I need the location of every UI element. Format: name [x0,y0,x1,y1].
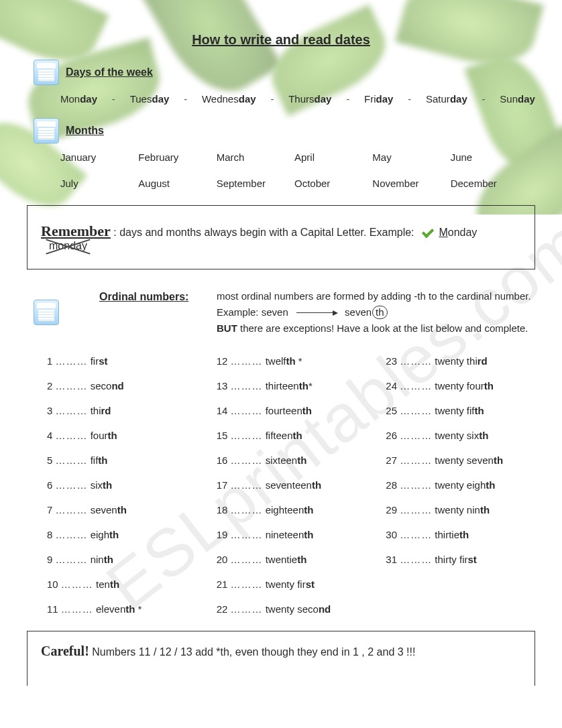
ordinal-item: 10 ……… tenth [47,579,196,590]
ordinal-item: 21 ……… twenty first [217,579,366,590]
day-item: Monday [60,93,97,105]
ordinal-line1: most ordinal numbers are formed by addin… [217,288,531,304]
ordinal-item: 15 ……… fifteenth [217,430,366,441]
ordinal-item: 1 ……… first [47,355,196,367]
month-item: January [60,151,131,163]
ordinal-item: 7 ……… seventh [47,504,196,515]
month-item: August [138,178,209,189]
careful-box: Careful! Numbers 11 / 12 / 13 add *th, e… [27,631,535,686]
month-item: March [217,151,288,163]
title-b2: read [303,32,331,47]
day-item: Friday [364,93,393,105]
separator: - [408,93,411,105]
ordinal-item: 20 ……… twentieth [217,554,366,565]
ordinal-item: 30 ……… thirtieth [386,529,535,540]
ordinal-item: 14 ……… fourteenth [217,405,366,416]
ordinal-item: 31 ……… thirty first [386,554,535,565]
ordinal-item: 13 ……… thirteenth* [217,380,366,391]
remember-bad: monday [49,240,87,252]
ordinal-item: 26 ……… twenty sixth [386,430,535,441]
ordinal-item: 24 ……… twenty fourth [386,380,535,391]
ordinal-item: 23 ……… twenty third [386,355,535,367]
calendar-icon [34,118,59,143]
day-item: Tuesday [130,93,170,105]
ordinal-item: 29 ……… twenty ninth [386,504,535,515]
ordinal-item: 8 ……… eighth [47,529,196,540]
calendar-icon [34,60,59,85]
day-item: Thursday [288,93,331,105]
months-title: Months [66,125,104,137]
month-item: October [294,178,366,189]
ordinal-item: 22 ……… twenty second [217,603,366,615]
ordinal-item: 11 ……… eleventh * [47,603,196,615]
title-p2: and [272,32,303,47]
separator: - [112,93,115,105]
check-icon [421,227,433,237]
arrow-icon [296,312,337,313]
day-item: Saturday [426,93,467,105]
month-item: July [60,178,131,189]
worksheet-page: How to write and read dates Days of the … [0,0,562,706]
remember-label: Remember [41,223,111,239]
days-title: Days of the week [66,66,153,78]
remember-text: : days and months always begin with a Ca… [113,227,417,238]
ordinal-item: 4 ……… fourth [47,430,196,441]
ordinal-item: 6 ……… sixth [47,479,196,491]
months-grid: JanuaryFebruaryMarchAprilMayJuneJulyAugu… [60,151,535,189]
ordinal-col-1: 1 ……… first2 ……… second3 ……… third4 ……… … [47,355,196,615]
ordinal-item: 9 ……… ninth [47,554,196,565]
days-row: Monday-Tuesday-Wednesday-Thursday-Friday… [60,93,535,105]
ordinal-intro: Ordinal numbers: most ordinal numbers ar… [99,288,531,337]
ordinal-item: 12 ……… twelfth * [217,355,366,367]
careful-text: Numbers 11 / 12 / 13 add *th, even thoug… [92,646,415,658]
ordinal-item: 5 ……… fifth [47,454,196,466]
title-p1: How to [192,32,240,47]
separator: - [270,93,274,105]
month-item: November [372,178,443,189]
calendar-icon [34,300,59,325]
remember-box: Remember : days and months always begin … [27,205,535,269]
title-b1: write [240,32,272,47]
ordinal-item: 16 ……… sixteenth [217,454,366,466]
ordinal-item: 19 ……… nineteenth [217,529,366,540]
ordinal-item: 2 ……… second [47,380,196,391]
day-item: Sunday [500,93,535,105]
months-section-head: Months [34,118,535,143]
ordinal-item: 3 ……… third [47,405,196,416]
ordinal-title: Ordinal numbers: [99,288,217,306]
ordinal-item: 27 ……… twenty seventh [386,454,535,466]
ordinal-item: 17 ……… seventeenth [217,479,366,491]
month-item: April [294,151,366,163]
separator: - [184,93,187,105]
ordinals-columns: 1 ……… first2 ……… second3 ……… third4 ……… … [47,355,535,615]
ordinal-col-2: 12 ……… twelfth *13 ……… thirteenth*14 ………… [217,355,366,615]
days-section-head: Days of the week [34,60,535,85]
day-item: Wednesday [202,93,256,105]
ordinal-item: 18 ……… eighteenth [217,504,366,515]
title-p3: dates [331,32,370,47]
separator: - [482,93,486,105]
month-item: September [217,178,288,189]
month-item: December [451,178,522,189]
remember-good: Monday [439,227,477,238]
page-title: How to write and read dates [27,32,535,48]
month-item: May [372,151,443,163]
careful-label: Careful! [41,644,89,658]
ordinal-col-3: 23 ……… twenty third24 ……… twenty fourth2… [386,355,535,615]
ordinal-line3: BUT there are exceptions! Have a look at… [217,320,531,337]
ordinal-section-head: Ordinal numbers: most ordinal numbers ar… [34,288,535,337]
ordinal-line2: Example: seven seventh [217,304,531,320]
ordinal-item: 25 ……… twenty fifth [386,405,535,416]
circled-th: th [372,306,388,319]
month-item: June [451,151,522,163]
month-item: February [138,151,209,163]
separator: - [346,93,349,105]
ordinal-item: 28 ……… twenty eighth [386,479,535,491]
